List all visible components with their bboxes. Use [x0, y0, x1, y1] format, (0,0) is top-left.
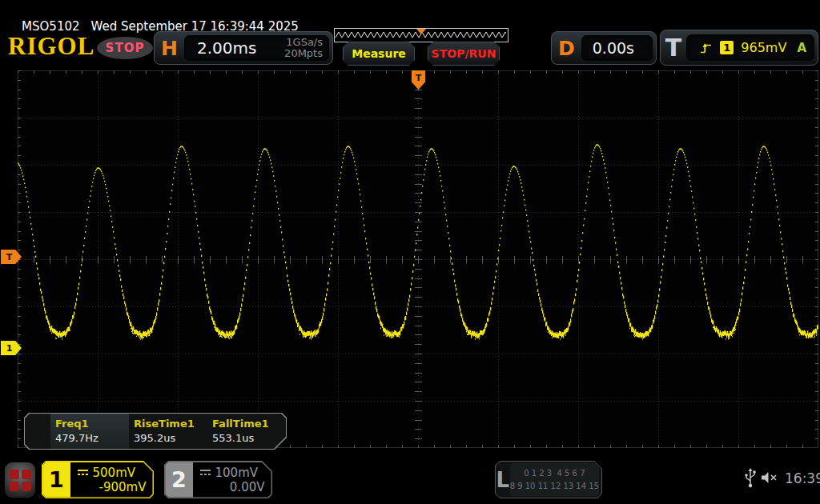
horizontal-label: H [155, 38, 184, 58]
trigger-label: T [661, 30, 686, 65]
trigger-sweep-mode: A [797, 41, 806, 55]
usb-icon [744, 467, 757, 488]
measurement-item-risetime[interactable]: RiseTime1 395.2us [129, 414, 207, 449]
horizontal-settings-button[interactable]: H 2.00ms 1GSa/s20Mpts [154, 31, 333, 65]
trigger-level-value: 965mV [741, 40, 786, 55]
trigger-position-letter: T [416, 74, 422, 82]
measurement-item-freq[interactable]: Freq1 479.7Hz [50, 414, 129, 449]
digital-row2: 8 9 10 11 12 13 14 15 [510, 480, 599, 493]
memory-waveform-preview[interactable] [334, 28, 508, 42]
measurement-value: 395.2us [134, 432, 207, 444]
dc-coupling-icon [199, 469, 211, 476]
trigger-source-badge: 1 [720, 41, 734, 54]
mute-icon[interactable] [761, 471, 778, 484]
measurement-panel: Freq1 479.7Hz RiseTime1 395.2us FallTime… [24, 413, 287, 450]
rigol-logo: RIGOL [8, 34, 94, 58]
delay-label: D [552, 38, 581, 58]
delay-settings-button[interactable]: D 0.00s [551, 31, 657, 65]
channel2-scale: 100mV [215, 466, 259, 480]
memory-depth: 20Mpts [284, 47, 323, 59]
measurement-item-falltime[interactable]: FallTime1 553.1us [207, 414, 286, 449]
digital-row1: 0 1 2 3 4 5 6 7 [510, 467, 599, 480]
preview-trigger-position-icon[interactable] [416, 29, 426, 34]
digital-channels-button[interactable]: L 0 1 2 3 4 5 6 78 9 10 11 12 13 14 15 [495, 461, 602, 498]
measurement-value: 553.1us [212, 432, 286, 444]
digital-channel-numbers: 0 1 2 3 4 5 6 78 9 10 11 12 13 14 15 [510, 463, 599, 496]
rising-edge-icon [699, 42, 713, 54]
trigger-settings-button[interactable]: T 1 965mV A [660, 30, 818, 66]
measurement-label: RiseTime1 [134, 418, 207, 430]
channel2-number: 2 [166, 462, 193, 498]
measurement-value: 479.7Hz [55, 432, 129, 444]
acquisition-state-badge: STOP [97, 37, 153, 59]
measurement-label: FallTime1 [212, 418, 286, 430]
stop-run-button[interactable]: STOP/RUN [428, 42, 500, 66]
channel1-button[interactable]: 1 500mV -900mV [42, 461, 154, 498]
delay-value: 0.00s [593, 39, 634, 57]
channel2-offset: 0.00V [199, 480, 265, 494]
channel1-offset: -900mV [77, 480, 147, 494]
digital-label: L [496, 462, 510, 498]
measure-button[interactable]: Measure [343, 42, 415, 66]
graticule-area[interactable] [18, 70, 818, 448]
oscilloscope-screen: MSO5102Wed September 17 16:39:44 2025 RI… [0, 0, 820, 504]
channel1-scale: 500mV [93, 466, 136, 480]
timebase-value: 2.00ms [197, 38, 256, 58]
trigger-level-letter: T [6, 253, 13, 262]
measurement-label: Freq1 [55, 418, 129, 430]
channel1-number: 1 [43, 462, 70, 498]
channel2-button[interactable]: 2 100mV 0.00V [164, 461, 272, 498]
channel1-marker-number: 1 [6, 344, 13, 353]
dc-coupling-icon [77, 469, 89, 476]
menu-grid-icon[interactable] [5, 462, 35, 498]
clock-time: 16:39 [785, 470, 820, 486]
waveform-canvas[interactable] [18, 70, 818, 448]
sample-rate-memory: 1GSa/s20Mpts [284, 37, 323, 58]
